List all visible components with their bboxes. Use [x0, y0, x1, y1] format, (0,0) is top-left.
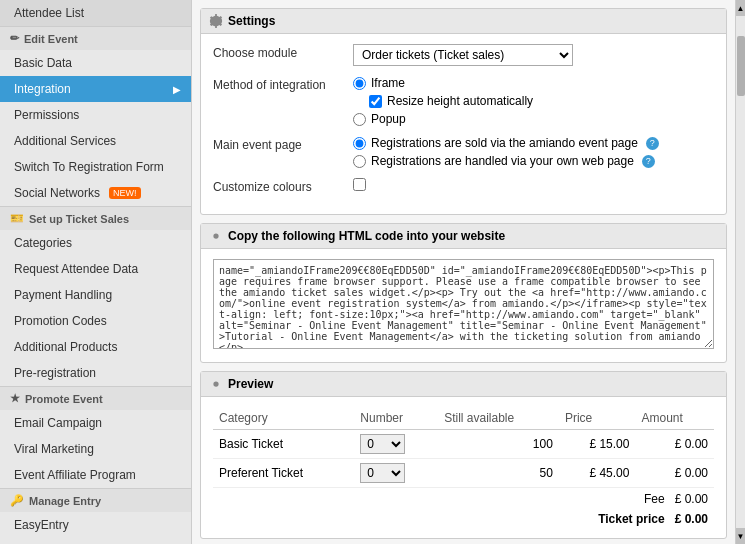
row1-qty-select[interactable]: 012	[360, 463, 405, 483]
main-content: Settings Choose module Order tickets (Ti…	[192, 0, 735, 544]
sidebar-item-additional-services[interactable]: Additional Services	[0, 128, 191, 154]
scroll-up-btn[interactable]: ▲	[736, 0, 746, 16]
sidebar-item-attendee-list[interactable]: Attendee List	[0, 0, 191, 26]
new-badge: NEW!	[109, 187, 141, 199]
sidebar-item-easy-entry[interactable]: EasyEntry	[0, 512, 191, 538]
amiando-page-radio[interactable]	[353, 137, 366, 150]
sidebar-section-promote-event: ★ Promote Event	[0, 386, 191, 410]
request-attendee-label: Request Attendee Data	[14, 262, 138, 276]
promote-event-label: Promote Event	[25, 393, 103, 405]
table-header-row: Category Number Still available Price Am…	[213, 407, 714, 430]
sidebar-section-edit-event: ✏ Edit Event	[0, 26, 191, 50]
sidebar-item-integration[interactable]: Integration	[0, 76, 191, 102]
choose-module-row: Choose module Order tickets (Ticket sale…	[213, 44, 714, 66]
html-code-textarea[interactable]: name="_amiandoIFrame209€€80EqEDD50D" id=…	[213, 259, 714, 349]
table-row: Basic Ticket 012 100 £ 15.00 £ 0.00	[213, 430, 714, 459]
switch-registration-label: Switch To Registration Form	[14, 160, 164, 174]
row0-qty-select[interactable]: 012	[360, 434, 405, 454]
row1-number: 012	[354, 459, 438, 488]
iframe-radio[interactable]	[353, 77, 366, 90]
preview-box: Preview Category Number Still available …	[200, 371, 727, 539]
choose-module-control: Order tickets (Ticket sales)	[353, 44, 714, 66]
settings-title: Settings	[228, 14, 275, 28]
fee-label: Fee	[644, 492, 665, 506]
sidebar-item-promotion-codes[interactable]: Promotion Codes	[0, 308, 191, 334]
preview-icon	[209, 377, 223, 391]
method-control: Iframe Resize height automatically Popup	[353, 76, 714, 126]
social-networks-label: Social Networks	[14, 186, 100, 200]
col-amount: Amount	[635, 407, 714, 430]
fee-value: £ 0.00	[675, 492, 708, 506]
customize-control	[353, 178, 714, 194]
row1-price: £ 45.00	[559, 459, 636, 488]
html-code-content: name="_amiandoIFrame209€€80EqEDD50D" id=…	[201, 249, 726, 362]
preview-title: Preview	[228, 377, 273, 391]
main-event-control: Registrations are sold via the amiando e…	[353, 136, 714, 168]
scroll-thumb[interactable]	[737, 36, 745, 96]
edit-event-label: Edit Event	[24, 33, 78, 45]
sidebar-section-manage-entry: 🔑 Manage Entry	[0, 488, 191, 512]
additional-services-label: Additional Services	[14, 134, 116, 148]
settings-box: Settings Choose module Order tickets (Ti…	[200, 8, 727, 215]
preview-header: Preview	[201, 372, 726, 397]
main-event-label: Main event page	[213, 136, 343, 152]
iframe-label: Iframe	[371, 76, 405, 90]
sidebar-item-pre-registration[interactable]: Pre-registration	[0, 360, 191, 386]
main-event-group: Registrations are sold via the amiando e…	[353, 136, 714, 168]
sidebar-item-categories[interactable]: Categories	[0, 230, 191, 256]
ticket-price-row: Ticket price £ 0.00	[213, 510, 714, 528]
additional-products-label: Additional Products	[14, 340, 117, 354]
own-page-label: Registrations are handled via your own w…	[371, 154, 634, 168]
amiando-help-icon[interactable]: ?	[646, 137, 659, 150]
own-page-help-icon[interactable]: ?	[642, 155, 655, 168]
sidebar-item-viral-marketing[interactable]: Viral Marketing	[0, 436, 191, 462]
own-page-radio[interactable]	[353, 155, 366, 168]
main-event-row: Main event page Registrations are sold v…	[213, 136, 714, 168]
attendee-list-label: Attendee List	[14, 6, 84, 20]
sidebar-section-ticket-sales: 🎫 Set up Ticket Sales	[0, 206, 191, 230]
amiando-page-option: Registrations are sold via the amiando e…	[353, 136, 714, 150]
event-affiliate-label: Event Affiliate Program	[14, 468, 136, 482]
col-price: Price	[559, 407, 636, 430]
promote-event-icon: ★	[10, 392, 20, 405]
sidebar-item-basic-data[interactable]: Basic Data	[0, 50, 191, 76]
amiando-page-label: Registrations are sold via the amiando e…	[371, 136, 638, 150]
row0-price: £ 15.00	[559, 430, 636, 459]
sidebar: Attendee List ✏ Edit Event Basic Data In…	[0, 0, 192, 544]
resize-label: Resize height automatically	[387, 94, 533, 108]
row0-number: 012	[354, 430, 438, 459]
categories-label: Categories	[14, 236, 72, 250]
sidebar-item-switch-registration[interactable]: Switch To Registration Form	[0, 154, 191, 180]
manage-entry-icon: 🔑	[10, 494, 24, 507]
method-row: Method of integration Iframe Resize heig…	[213, 76, 714, 126]
sidebar-item-payment-handling[interactable]: Payment Handling	[0, 282, 191, 308]
pre-registration-label: Pre-registration	[14, 366, 96, 380]
customize-checkbox[interactable]	[353, 178, 366, 191]
sidebar-item-barcode-scanner[interactable]: Barcode Scanner	[0, 538, 191, 544]
sidebar-item-social-networks[interactable]: Social Networks NEW!	[0, 180, 191, 206]
basic-data-label: Basic Data	[14, 56, 72, 70]
module-select[interactable]: Order tickets (Ticket sales)	[353, 44, 573, 66]
row0-still-available: 100	[438, 430, 559, 459]
html-code-title: Copy the following HTML code into your w…	[228, 229, 505, 243]
scroll-down-btn[interactable]: ▼	[736, 528, 746, 544]
ticket-price-label: Ticket price	[598, 512, 664, 526]
payment-handling-label: Payment Handling	[14, 288, 112, 302]
col-still-available: Still available	[438, 407, 559, 430]
customize-label: Customize colours	[213, 178, 343, 194]
sidebar-item-email-campaign[interactable]: Email Campaign	[0, 410, 191, 436]
permissions-label: Permissions	[14, 108, 79, 122]
popup-option: Popup	[353, 112, 714, 126]
promotion-codes-label: Promotion Codes	[14, 314, 107, 328]
integration-method-group: Iframe Resize height automatically Popup	[353, 76, 714, 126]
popup-radio[interactable]	[353, 113, 366, 126]
email-campaign-label: Email Campaign	[14, 416, 102, 430]
resize-checkbox[interactable]	[369, 95, 382, 108]
html-code-header: Copy the following HTML code into your w…	[201, 224, 726, 249]
sidebar-item-permissions[interactable]: Permissions	[0, 102, 191, 128]
manage-entry-label: Manage Entry	[29, 495, 101, 507]
settings-icon	[209, 14, 223, 28]
sidebar-item-additional-products[interactable]: Additional Products	[0, 334, 191, 360]
sidebar-item-request-attendee-data[interactable]: Request Attendee Data	[0, 256, 191, 282]
sidebar-item-event-affiliate[interactable]: Event Affiliate Program	[0, 462, 191, 488]
